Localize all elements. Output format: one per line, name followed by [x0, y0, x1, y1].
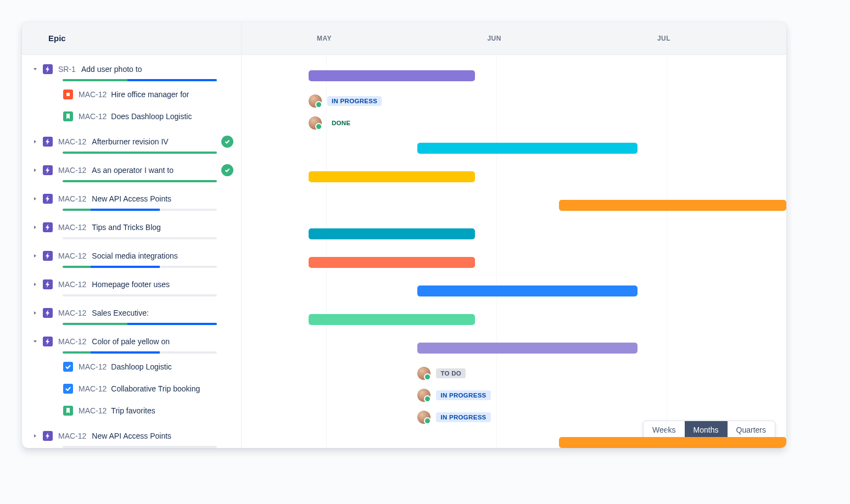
- epic-row[interactable]: MAC-12New API Access Points: [22, 184, 241, 213]
- progress-bar: [63, 446, 217, 448]
- issue-summary: Hire office manager for: [111, 90, 189, 99]
- epic-row[interactable]: MAC-12Sales Executive:: [22, 299, 241, 327]
- assignee-avatar[interactable]: [309, 94, 322, 108]
- issue-key[interactable]: MAC-12: [58, 337, 86, 346]
- done-check-icon: [221, 136, 233, 148]
- epic-row[interactable]: MAC-12Social media integrations: [22, 242, 241, 270]
- epic-bar[interactable]: [417, 143, 638, 154]
- progress-bar: [63, 209, 217, 211]
- status-chip[interactable]: TO DO: [436, 368, 466, 378]
- issue-key[interactable]: MAC-12: [58, 280, 86, 289]
- child-issue-row[interactable]: MAC-12Collaborative Trip booking: [22, 378, 241, 400]
- epic-bar[interactable]: [309, 70, 475, 81]
- child-issue-row[interactable]: MAC-12Hire office manager for: [22, 83, 241, 105]
- month-label: JUL: [657, 22, 670, 54]
- assignee-avatar[interactable]: [417, 367, 430, 380]
- epic-row[interactable]: MAC-12Tips and Tricks Blog: [22, 213, 241, 242]
- progress-bar: [63, 180, 217, 182]
- progress-bar: [63, 323, 217, 325]
- issue-summary: New API Access Points: [92, 432, 171, 440]
- chevron-right-icon[interactable]: [30, 193, 41, 204]
- epic-bar[interactable]: [417, 343, 638, 354]
- chevron-right-icon[interactable]: [30, 136, 41, 147]
- progress-bar: [63, 237, 217, 239]
- issue-key[interactable]: MAC-12: [58, 194, 86, 203]
- progress-bar: [63, 152, 217, 154]
- issue-key[interactable]: MAC-12: [58, 223, 86, 232]
- issue-key[interactable]: SR-1: [58, 65, 76, 74]
- epic-row[interactable]: MAC-12New API Access Points: [22, 422, 241, 448]
- timeline-lane: [242, 134, 786, 163]
- epic-type-icon: [43, 222, 53, 232]
- assignee-avatar[interactable]: [309, 116, 322, 130]
- epic-bar[interactable]: [309, 171, 475, 182]
- chevron-right-icon[interactable]: [30, 307, 41, 318]
- epic-bar[interactable]: [309, 314, 475, 325]
- epic-bar[interactable]: [559, 437, 786, 448]
- epic-row[interactable]: MAC-12As an operator I want to: [22, 156, 241, 184]
- status-chip[interactable]: IN PROGRESS: [436, 412, 490, 422]
- bookmark-type-icon: [63, 111, 73, 121]
- child-status-group: IN PROGRESS: [417, 411, 490, 424]
- issue-key[interactable]: MAC-12: [58, 309, 86, 317]
- issue-summary: Homepage footer uses: [92, 280, 170, 289]
- chevron-right-icon[interactable]: [30, 430, 41, 441]
- issue-key[interactable]: MAC-12: [58, 166, 86, 175]
- child-issue-row[interactable]: MAC-12Trip favorites: [22, 400, 241, 422]
- issue-summary: Add user photo to: [81, 65, 142, 74]
- issue-key[interactable]: MAC-12: [79, 112, 107, 121]
- assignee-avatar[interactable]: [417, 389, 430, 402]
- chevron-right-icon[interactable]: [30, 222, 41, 233]
- issue-summary: Afterburner revision IV: [92, 137, 168, 146]
- progress-bar: [63, 79, 217, 81]
- issue-summary: As an operator I want to: [92, 166, 174, 175]
- progress-bar: [63, 351, 217, 354]
- chevron-right-icon[interactable]: [30, 165, 41, 176]
- epic-bar[interactable]: [417, 285, 638, 296]
- epic-bar[interactable]: [309, 257, 475, 268]
- epic-type-icon: [43, 165, 53, 175]
- status-chip[interactable]: IN PROGRESS: [327, 96, 382, 106]
- epic-bar[interactable]: [559, 200, 786, 211]
- issue-summary: Trip favorites: [111, 406, 155, 415]
- epic-row[interactable]: MAC-12Color of pale yellow on: [22, 327, 241, 356]
- status-chip[interactable]: IN PROGRESS: [436, 390, 490, 400]
- epic-bar[interactable]: [309, 228, 475, 239]
- progress-bar: [63, 294, 217, 296]
- issue-key[interactable]: MAC-12: [58, 432, 86, 440]
- issue-key[interactable]: MAC-12: [79, 90, 107, 99]
- epic-sidebar: SR-1Add user photo toMAC-12Hire office m…: [22, 55, 242, 448]
- roadmap-app-frame: Epic MAYJUNJUL SR-1Add user photo toMAC-…: [22, 22, 786, 448]
- epic-row[interactable]: MAC-12Homepage footer uses: [22, 270, 241, 299]
- month-label: JUN: [487, 22, 501, 54]
- issue-key[interactable]: MAC-12: [58, 137, 86, 146]
- child-status-group: DONE: [309, 116, 355, 130]
- bookmark-type-icon: [63, 406, 73, 416]
- month-label: MAY: [317, 22, 332, 54]
- issue-key[interactable]: MAC-12: [79, 384, 107, 393]
- child-issue-row[interactable]: MAC-12Dashloop Logistic: [22, 356, 241, 378]
- assignee-avatar[interactable]: [417, 411, 430, 424]
- task-type-icon: [63, 384, 73, 394]
- issue-key[interactable]: MAC-12: [79, 406, 107, 415]
- chevron-down-icon[interactable]: [30, 64, 41, 75]
- timeline-lane: IN PROGRESS: [242, 90, 786, 112]
- issue-key[interactable]: MAC-12: [79, 362, 107, 371]
- timeline-canvas[interactable]: WeeksMonthsQuarters IN PROGRESSDONETO DO…: [242, 55, 786, 448]
- task-type-icon: [63, 362, 73, 372]
- status-chip[interactable]: DONE: [327, 118, 355, 128]
- timeline-lane: IN PROGRESS: [242, 384, 786, 406]
- epic-row[interactable]: SR-1Add user photo to: [22, 55, 241, 83]
- chevron-right-icon[interactable]: [30, 279, 41, 290]
- child-issue-row[interactable]: MAC-12Does Dashloop Logistic: [22, 105, 241, 127]
- epic-type-icon: [43, 251, 53, 261]
- epic-type-icon: [43, 279, 53, 289]
- issue-summary: Color of pale yellow on: [92, 337, 170, 346]
- done-check-icon: [221, 164, 233, 176]
- chevron-right-icon[interactable]: [30, 250, 41, 261]
- issue-key[interactable]: MAC-12: [58, 251, 86, 260]
- chevron-down-icon[interactable]: [30, 336, 41, 347]
- epic-type-icon: [43, 337, 53, 346]
- issue-summary: Tips and Tricks Blog: [92, 223, 161, 232]
- epic-row[interactable]: MAC-12Afterburner revision IV: [22, 127, 241, 156]
